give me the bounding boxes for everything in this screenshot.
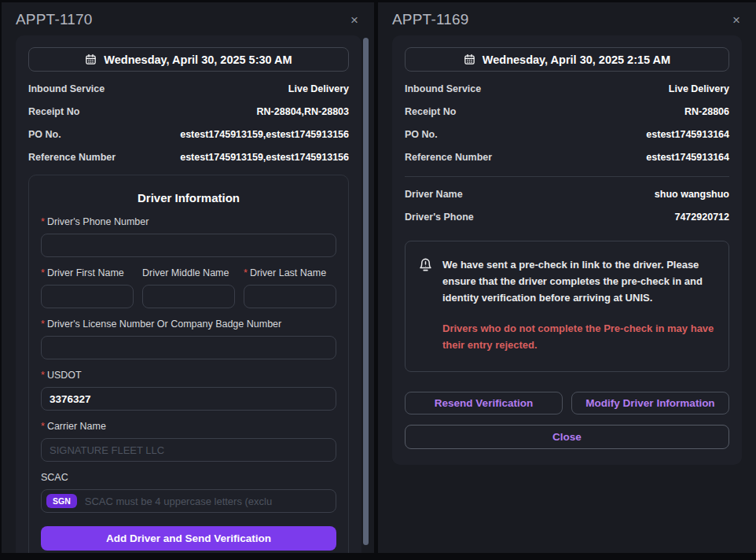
carrier-input[interactable] (41, 438, 336, 462)
row-label: PO No. (28, 129, 61, 140)
dialog-header: APPT-1170 × (2, 2, 374, 35)
scac-tag-badge: SGN (46, 494, 77, 508)
scac-label: SCAC (41, 472, 336, 483)
row-value: estest1745913164 (646, 129, 729, 140)
last-name-label: *Driver Last Name (244, 267, 336, 278)
notice-text-column: We have sent a pre-check in link to the … (442, 257, 716, 354)
required-marker: * (41, 267, 45, 278)
first-name-field: *Driver First Name (41, 257, 134, 308)
row-label: Driver's Phone (405, 212, 474, 223)
dialogs-stage: APPT-1170 × (0, 0, 756, 553)
middle-name-label: Driver Middle Name (142, 267, 235, 278)
scac-placeholder: SCAC must be 4 uppercase letters (exclu (85, 496, 272, 507)
add-driver-send-verification-button[interactable]: Add Driver and Send Verification (41, 526, 336, 551)
info-row-driver-name: Driver Name shuo wangshuo (405, 189, 729, 200)
first-name-input[interactable] (41, 285, 134, 308)
scrollbar-thumb[interactable] (363, 38, 369, 545)
appointment-datetime: Wednesday, April 30, 2025 2:15 AM (405, 47, 729, 72)
required-marker: * (41, 370, 45, 381)
resend-verification-button[interactable]: Resend Verification (405, 392, 563, 414)
precheck-notice: We have sent a pre-check in link to the … (405, 241, 729, 372)
carrier-label-text: Carrier Name (47, 421, 106, 432)
row-value: shuo wangshuo (655, 189, 729, 200)
last-name-field: *Driver Last Name (244, 257, 336, 308)
close-icon[interactable]: × (732, 13, 740, 27)
info-row-receipt-no: Receipt No RN-28806 (405, 106, 729, 117)
info-row-driver-phone: Driver's Phone 7472920712 (405, 212, 729, 223)
phone-label: *Driver's Phone Number (41, 216, 336, 227)
info-row-inbound-service: Inbound Service Live Delivery (405, 83, 729, 94)
name-fields-row: *Driver First Name Driver Middle Name (41, 257, 336, 308)
info-row-po-no: PO No. estest1745913159,estest1745913156 (28, 129, 349, 140)
info-row-reference-number: Reference Number estest1745913159,estest… (28, 152, 349, 163)
calendar-icon (464, 53, 475, 65)
close-button[interactable]: Close (405, 425, 729, 449)
first-name-label: *Driver First Name (41, 267, 134, 278)
section-divider (405, 176, 729, 177)
action-buttons-row: Resend Verification Modify Driver Inform… (405, 392, 729, 414)
info-row-reference-number: Reference Number estest1745913164 (405, 152, 729, 163)
notice-message: We have sent a pre-check in link to the … (442, 257, 716, 306)
datetime-text: Wednesday, April 30, 2025 5:30 AM (104, 53, 292, 66)
row-label: Inbound Service (28, 83, 105, 94)
form-title: Driver Information (41, 191, 336, 204)
row-label: Receipt No (405, 106, 456, 117)
usdot-label: *USDOT (41, 370, 336, 381)
appointment-dialog-1170: APPT-1170 × (2, 2, 374, 553)
row-value: Live Delivery (669, 83, 729, 94)
datetime-text: Wednesday, April 30, 2025 2:15 AM (483, 53, 670, 66)
row-label: Receipt No (28, 106, 79, 117)
last-name-input[interactable] (244, 285, 336, 308)
last-name-label-text: Driver Last Name (250, 267, 326, 278)
phone-label-text: Driver's Phone Number (47, 216, 149, 227)
appointment-card: Wednesday, April 30, 2025 2:15 AM Inboun… (392, 35, 742, 465)
dialog-title: APPT-1170 (16, 11, 93, 28)
notice-warning: Drivers who do not complete the Pre-chec… (442, 321, 716, 354)
usdot-label-text: USDOT (47, 370, 82, 381)
appointment-card: Wednesday, April 30, 2025 5:30 AM Inboun… (16, 35, 361, 553)
usdot-input[interactable] (41, 387, 336, 411)
carrier-label: *Carrier Name (41, 421, 336, 432)
row-value: 7472920712 (674, 212, 729, 223)
row-label: Reference Number (28, 152, 116, 163)
info-row-inbound-service: Inbound Service Live Delivery (28, 83, 349, 94)
driver-information-form: Driver Information *Driver's Phone Numbe… (28, 175, 349, 553)
row-value: RN-28804,RN-28803 (257, 106, 349, 117)
appointment-dialog-1169: APPT-1169 × (378, 2, 756, 553)
license-label: *Driver's License Number Or Company Badg… (41, 319, 336, 330)
middle-name-field: Driver Middle Name (142, 257, 235, 308)
row-value: estest1745913164 (646, 152, 729, 163)
row-label: PO No. (405, 129, 438, 140)
row-label: Inbound Service (405, 83, 481, 94)
middle-name-input[interactable] (142, 285, 235, 308)
info-row-po-no: PO No. estest1745913164 (405, 129, 729, 140)
row-value: RN-28806 (684, 106, 729, 117)
scac-label-text: SCAC (41, 472, 68, 483)
row-label: Driver Name (405, 189, 463, 200)
row-value: Live Delivery (288, 83, 349, 94)
scac-input[interactable]: SGN SCAC must be 4 uppercase letters (ex… (41, 489, 336, 513)
phone-input[interactable] (41, 234, 336, 257)
dialog-scroll-area: Wednesday, April 30, 2025 5:30 AM Inboun… (2, 35, 374, 553)
license-input[interactable] (41, 336, 336, 359)
appointment-datetime: Wednesday, April 30, 2025 5:30 AM (28, 47, 349, 72)
required-marker: * (41, 421, 45, 432)
dialog-scroll-area: Wednesday, April 30, 2025 2:15 AM Inboun… (378, 35, 756, 553)
required-marker: * (41, 216, 45, 227)
required-marker: * (41, 319, 45, 330)
row-label: Reference Number (405, 152, 492, 163)
license-label-text: Driver's License Number Or Company Badge… (47, 319, 281, 330)
close-icon[interactable]: × (350, 13, 358, 27)
first-name-label-text: Driver First Name (47, 267, 124, 278)
dialog-header: APPT-1169 × (378, 2, 756, 35)
required-marker: * (244, 267, 248, 278)
modify-driver-information-button[interactable]: Modify Driver Information (571, 392, 729, 414)
dialog-title: APPT-1169 (392, 11, 469, 28)
info-row-receipt-no: Receipt No RN-28804,RN-28803 (28, 106, 349, 117)
calendar-icon (85, 53, 97, 65)
notification-bell-icon (418, 257, 433, 272)
row-value: estest1745913159,estest1745913156 (180, 129, 349, 140)
middle-name-label-text: Driver Middle Name (142, 267, 229, 278)
row-value: estest1745913159,estest1745913156 (180, 152, 349, 163)
